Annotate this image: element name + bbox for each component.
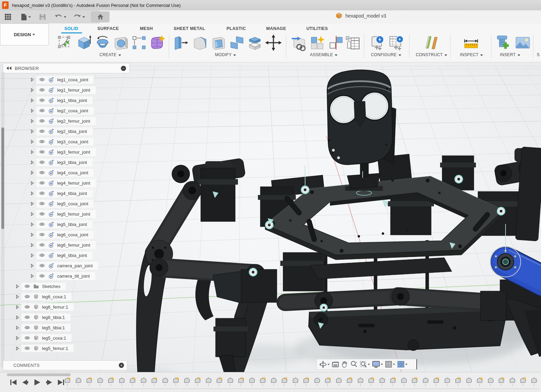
visibility-eye-icon[interactable] bbox=[39, 78, 45, 82]
group-configure[interactable]: CONFIGURE bbox=[371, 52, 401, 57]
timeline-new-component-feature[interactable] bbox=[85, 376, 93, 386]
timeline-new-component-feature[interactable] bbox=[259, 376, 266, 386]
visibility-eye-icon[interactable] bbox=[39, 264, 45, 268]
expand-arrow-icon[interactable] bbox=[31, 109, 36, 113]
timeline-new-component-feature[interactable] bbox=[150, 376, 158, 386]
browser-item[interactable]: leg2_tibia_joint bbox=[3, 126, 93, 136]
browser-item[interactable]: leg5_tibia:1 bbox=[3, 322, 71, 333]
tab-mesh[interactable]: MESH bbox=[140, 26, 153, 31]
visibility-eye-icon[interactable] bbox=[39, 150, 45, 154]
visibility-eye-icon[interactable] bbox=[24, 326, 30, 330]
revolve-icon[interactable] bbox=[94, 34, 111, 51]
expand-arrow-icon[interactable] bbox=[31, 88, 36, 92]
timeline-new-component-feature[interactable] bbox=[324, 376, 331, 386]
timeline-new-component-feature[interactable] bbox=[454, 376, 461, 386]
timeline-new-component-feature[interactable] bbox=[216, 376, 223, 386]
construction-plane-icon[interactable] bbox=[423, 34, 439, 51]
visibility-eye-icon[interactable] bbox=[39, 233, 45, 237]
timeline-component-feature[interactable] bbox=[248, 376, 256, 386]
browser-item[interactable]: leg6_coxa:1 bbox=[3, 291, 72, 302]
press-pull-icon[interactable] bbox=[172, 34, 189, 51]
expand-arrow-icon[interactable] bbox=[31, 78, 36, 82]
orbit-icon[interactable] bbox=[319, 360, 330, 369]
play-icon[interactable] bbox=[33, 378, 41, 386]
insert-derive-icon[interactable] bbox=[290, 34, 307, 51]
expand-arrow-icon[interactable] bbox=[31, 243, 36, 247]
create-form-icon[interactable] bbox=[149, 34, 165, 51]
visibility-eye-icon[interactable] bbox=[24, 336, 30, 340]
extrude-icon[interactable] bbox=[76, 34, 92, 51]
timeline-new-component-feature[interactable] bbox=[433, 376, 440, 386]
timeline-component-feature[interactable] bbox=[530, 376, 538, 386]
zoom-window-icon[interactable] bbox=[359, 360, 370, 369]
save-button[interactable] bbox=[37, 11, 48, 22]
expand-arrow-icon[interactable] bbox=[16, 336, 21, 340]
timeline-component-feature[interactable] bbox=[292, 376, 299, 386]
visibility-eye-icon[interactable] bbox=[24, 346, 30, 350]
expand-arrow-icon[interactable] bbox=[16, 305, 21, 309]
timeline-new-component-feature[interactable] bbox=[302, 376, 310, 386]
joint-icon[interactable] bbox=[328, 34, 344, 51]
visibility-eye-icon[interactable] bbox=[39, 181, 45, 185]
expand-arrow-icon[interactable] bbox=[31, 212, 36, 216]
app-grid-icon[interactable] bbox=[2, 11, 14, 22]
expand-arrow-icon[interactable] bbox=[31, 130, 36, 133]
group-create[interactable]: CREATE bbox=[100, 52, 121, 57]
timeline-component-feature[interactable] bbox=[487, 376, 494, 386]
timeline-component-feature[interactable] bbox=[313, 376, 321, 386]
browser-item[interactable]: leg3_tibia_joint bbox=[3, 157, 93, 167]
timeline-component-feature[interactable] bbox=[378, 376, 386, 386]
browser-item[interactable]: leg1_coxa_joint bbox=[3, 74, 94, 85]
tab-utilities[interactable]: UTILITIES bbox=[306, 26, 328, 31]
visibility-eye-icon[interactable] bbox=[39, 243, 45, 247]
expand-arrow-icon[interactable] bbox=[16, 316, 21, 319]
timeline-component-feature[interactable] bbox=[444, 376, 451, 386]
expand-arrow-icon[interactable] bbox=[16, 285, 21, 288]
viewports-icon[interactable] bbox=[397, 360, 408, 369]
browser-item[interactable]: leg6_femur_joint bbox=[3, 240, 96, 250]
visibility-eye-icon[interactable] bbox=[39, 253, 45, 257]
offset-face-icon[interactable] bbox=[247, 34, 263, 51]
grid-settings-icon[interactable] bbox=[385, 360, 395, 369]
browser-item[interactable]: leg5_femur:1 bbox=[3, 343, 74, 353]
browser-item[interactable]: leg5_femur_joint bbox=[3, 209, 96, 219]
tab-solid[interactable]: SOLID bbox=[64, 26, 78, 31]
timeline-component-feature[interactable] bbox=[400, 376, 407, 386]
add-comment-icon[interactable]: + bbox=[119, 363, 124, 368]
expand-arrow-icon[interactable] bbox=[31, 254, 36, 257]
browser-panel-header[interactable]: BROWSER − bbox=[3, 63, 130, 73]
timeline-new-component-feature[interactable] bbox=[172, 376, 179, 386]
visibility-eye-icon[interactable] bbox=[39, 98, 45, 102]
browser-item[interactable]: leg4_coxa_joint bbox=[3, 167, 94, 178]
timeline-new-component-feature[interactable] bbox=[519, 376, 527, 386]
timeline-component-feature[interactable] bbox=[205, 376, 212, 386]
visibility-eye-icon[interactable] bbox=[24, 315, 30, 319]
expand-arrow-icon[interactable] bbox=[31, 264, 36, 268]
browser-item[interactable]: leg2_coxa_joint bbox=[3, 105, 94, 116]
expand-arrow-icon[interactable] bbox=[16, 347, 21, 350]
visibility-eye-icon[interactable] bbox=[39, 119, 45, 123]
step-forward-icon[interactable] bbox=[45, 379, 53, 386]
combine-icon[interactable] bbox=[229, 34, 245, 51]
create-sketch-icon[interactable] bbox=[57, 34, 74, 51]
expand-arrow-icon[interactable] bbox=[16, 295, 21, 299]
design-workspace-dropdown[interactable]: DESIGN bbox=[0, 23, 49, 45]
browser-item[interactable]: leg4_tibia_joint bbox=[3, 188, 93, 198]
tab-sheet-metal[interactable]: SHEET METAL bbox=[174, 26, 205, 31]
timeline-new-component-feature[interactable] bbox=[64, 376, 71, 386]
bom-table-icon[interactable] bbox=[345, 34, 360, 51]
browser-item[interactable]: camera_tilt_joint bbox=[3, 271, 95, 281]
comments-bar[interactable]: COMMENTS + bbox=[3, 360, 127, 370]
visibility-eye-icon[interactable] bbox=[39, 129, 45, 133]
browser-item[interactable]: leg6_tibia_joint bbox=[3, 250, 93, 260]
step-back-icon[interactable] bbox=[21, 379, 29, 386]
timeline-new-component-feature[interactable] bbox=[129, 376, 136, 386]
group-assemble[interactable]: ASSEMBLE bbox=[310, 52, 337, 57]
redo-button[interactable] bbox=[71, 11, 87, 22]
visibility-eye-icon[interactable] bbox=[39, 160, 45, 164]
fillet-icon[interactable] bbox=[191, 34, 208, 51]
shell-icon[interactable] bbox=[210, 34, 227, 51]
group-insert[interactable]: INSERT bbox=[500, 52, 520, 57]
expand-arrow-icon[interactable] bbox=[31, 171, 36, 175]
expand-arrow-icon[interactable] bbox=[31, 181, 36, 185]
